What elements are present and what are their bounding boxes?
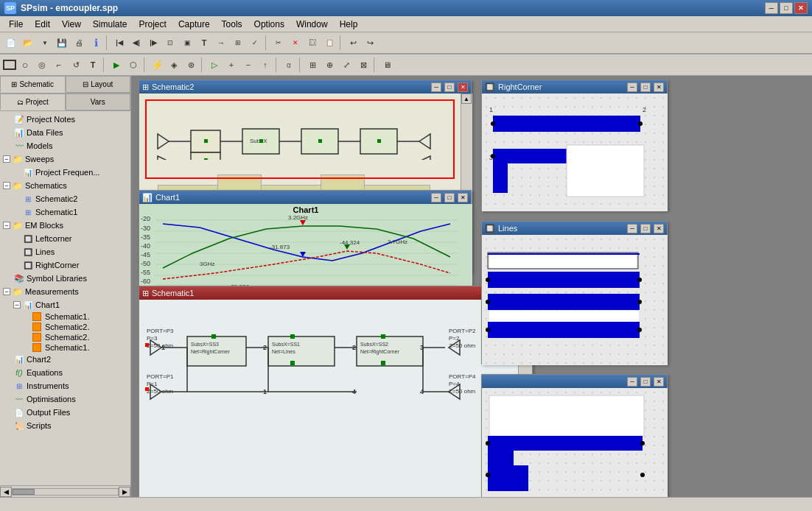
tb-check[interactable]: ✓ — [247, 35, 263, 51]
close-button[interactable]: ✕ — [794, 2, 808, 14]
scroll-left-btn[interactable]: ◀ — [0, 487, 12, 497]
tree-item-optimisations[interactable]: 〰 Optimisations — [0, 392, 130, 406]
tree-item-sch1-m1[interactable]: Schematic1. — [0, 311, 130, 322]
menu-view[interactable]: View — [56, 18, 87, 31]
tb-btn9[interactable]: ⊡ — [162, 35, 178, 51]
tree-item-sch2-m1[interactable]: Schematic2. — [0, 322, 130, 332]
tb2-fit[interactable]: ⊠ — [355, 57, 371, 73]
tree-item-chart2[interactable]: 📊 Chart2 — [0, 353, 130, 366]
tb-undo[interactable]: ↩ — [345, 35, 361, 51]
menu-file[interactable]: File — [3, 18, 29, 31]
tb2-ellipse[interactable]: ◎ — [34, 57, 50, 73]
tree-item-sch2-m2[interactable]: Schematic2. — [0, 332, 130, 342]
minimize-button[interactable]: ─ — [765, 2, 778, 14]
rightcorner-max-btn[interactable]: □ — [640, 82, 651, 92]
tb2-plus[interactable]: + — [223, 57, 239, 73]
tree-item-chart1[interactable]: − 📊 Chart1 — [0, 298, 130, 311]
lines-title-bar[interactable]: 🔲 Lines ─ □ ✕ — [482, 222, 667, 235]
menu-help[interactable]: Help — [334, 18, 364, 31]
tree-item-symbol-libs[interactable]: 📚 Symbol Libraries — [0, 272, 130, 285]
tree-item-models[interactable]: 〰 Models — [0, 139, 130, 152]
tree-item-sweeps[interactable]: − 📁 Sweeps — [0, 152, 130, 166]
menu-tools[interactable]: Tools — [216, 18, 248, 31]
tree-item-sch1-m2[interactable]: Schematic1. — [0, 342, 130, 353]
tree-item-leftcorner[interactable]: 🔲 Leftcorner — [0, 232, 130, 245]
tree-item-schematic1[interactable]: ⊞ Schematic1 — [0, 205, 130, 219]
tb2-up[interactable]: ↑ — [257, 57, 273, 73]
rightcorner-close-btn[interactable]: ✕ — [654, 82, 664, 92]
tree-item-data-files[interactable]: 📊 Data Files — [0, 126, 130, 139]
tree-item-project-freq[interactable]: 📊 Project Frequen... — [0, 166, 130, 179]
sweeps-expand[interactable]: − — [3, 155, 10, 163]
tb2-text2[interactable]: T — [85, 57, 101, 73]
tree-item-schematic2[interactable]: ⊞ Schematic2 — [0, 192, 130, 205]
tb-print[interactable]: 🖨 — [71, 35, 87, 51]
meas-expand[interactable]: − — [3, 288, 10, 295]
tb-open[interactable]: 📂 — [20, 35, 36, 51]
scroll-right-btn[interactable]: ▶ — [119, 487, 130, 497]
chart1-min-btn[interactable]: ─ — [431, 193, 441, 202]
scroll-track[interactable] — [12, 488, 119, 496]
tab-layout[interactable]: ⊟ Layout — [66, 76, 131, 93]
tb2-b2[interactable]: ◈ — [166, 57, 182, 73]
tb2-rect[interactable] — [3, 60, 16, 70]
tb2-b1[interactable]: ⚡ — [149, 57, 165, 73]
tb-new[interactable]: 📄 — [3, 35, 19, 51]
menu-window[interactable]: Window — [290, 18, 334, 31]
tb-dropdown[interactable]: ▼ — [37, 35, 53, 51]
tab-vars[interactable]: Vars — [66, 94, 131, 110]
tb-copy[interactable]: ⿴ — [304, 35, 321, 51]
rightcorner-min-btn[interactable]: ─ — [627, 82, 637, 92]
tb2-grid2[interactable]: ⊞ — [304, 57, 321, 73]
tb2-play[interactable]: ▶ — [108, 57, 125, 73]
tb2-alpha[interactable]: α — [281, 57, 297, 73]
tb-save[interactable]: 💾 — [54, 35, 70, 51]
menu-options[interactable]: Options — [248, 18, 290, 31]
tb-delete[interactable]: ✕ — [287, 35, 304, 51]
lines-min-btn[interactable]: ─ — [627, 224, 637, 233]
tb2-last[interactable]: 🖥 — [379, 57, 395, 73]
tb2-resize[interactable]: ⤢ — [338, 57, 354, 73]
chart1-close-btn[interactable]: ✕ — [458, 193, 468, 202]
menu-capture[interactable]: Capture — [172, 18, 216, 31]
tree-item-measurements[interactable]: − 📁 Measurements — [0, 285, 130, 298]
tree-item-project-notes[interactable]: 📝 Project Notes — [0, 113, 130, 126]
tb2-cross[interactable]: ⊕ — [321, 57, 337, 73]
schematic2-title-bar[interactable]: ⊞ Schematic2 ─ □ ✕ — [139, 80, 471, 94]
tb-info[interactable]: ℹ — [88, 35, 104, 51]
tree-item-lines[interactable]: 🔲 Lines — [0, 245, 130, 258]
lines-max-btn[interactable]: □ — [640, 224, 651, 233]
tb-redo[interactable]: ↪ — [362, 35, 378, 51]
schematics-expand[interactable]: − — [3, 182, 10, 189]
tb2-minus[interactable]: − — [240, 57, 256, 73]
bottomright-min-btn[interactable]: ─ — [627, 377, 637, 387]
sidebar-scrollbar[interactable]: ◀ ▶ — [0, 485, 130, 497]
tree-item-equations[interactable]: f() Equations — [0, 366, 130, 379]
menu-simulate[interactable]: Simulate — [87, 18, 133, 31]
chart1-expand[interactable]: − — [13, 301, 21, 309]
tb2-play2[interactable]: ▷ — [206, 57, 223, 73]
tree-item-schematics[interactable]: − 📁 Schematics — [0, 179, 130, 192]
tb-btn7[interactable]: ◀| — [128, 35, 144, 51]
tb-paste[interactable]: 📋 — [321, 35, 337, 51]
em-expand[interactable]: − — [3, 222, 10, 229]
tb-btn6[interactable]: |◀ — [111, 35, 127, 51]
menu-edit[interactable]: Edit — [29, 18, 56, 31]
schematic2-close-btn[interactable]: ✕ — [458, 82, 468, 92]
maximize-button[interactable]: □ — [780, 2, 793, 14]
tb2-arc[interactable]: ↺ — [68, 57, 84, 73]
tb2-circle[interactable]: ○ — [17, 57, 33, 73]
scroll-thumb[interactable] — [13, 489, 35, 495]
tb2-hex[interactable]: ⬡ — [125, 57, 141, 73]
tab-project[interactable]: 🗂 Project — [0, 94, 66, 110]
chart1-title-bar[interactable]: 📊 Chart1 ─ □ ✕ — [139, 191, 471, 204]
tb-arrow[interactable]: → — [213, 35, 229, 51]
tree-item-output-files[interactable]: 📄 Output Files — [0, 406, 130, 419]
tb-text[interactable]: T — [196, 35, 212, 51]
rightcorner-title-bar[interactable]: 🔲 RightCorner ─ □ ✕ — [482, 80, 667, 94]
chart1-max-btn[interactable]: □ — [444, 193, 455, 202]
tab-schematic[interactable]: ⊞ Schematic — [0, 76, 66, 93]
tree-item-em-blocks[interactable]: − 📁 EM Blocks — [0, 219, 130, 232]
tree-item-rightcorner[interactable]: 🔲 RightCorner — [0, 258, 130, 272]
bottomright-max-btn[interactable]: □ — [640, 377, 651, 387]
